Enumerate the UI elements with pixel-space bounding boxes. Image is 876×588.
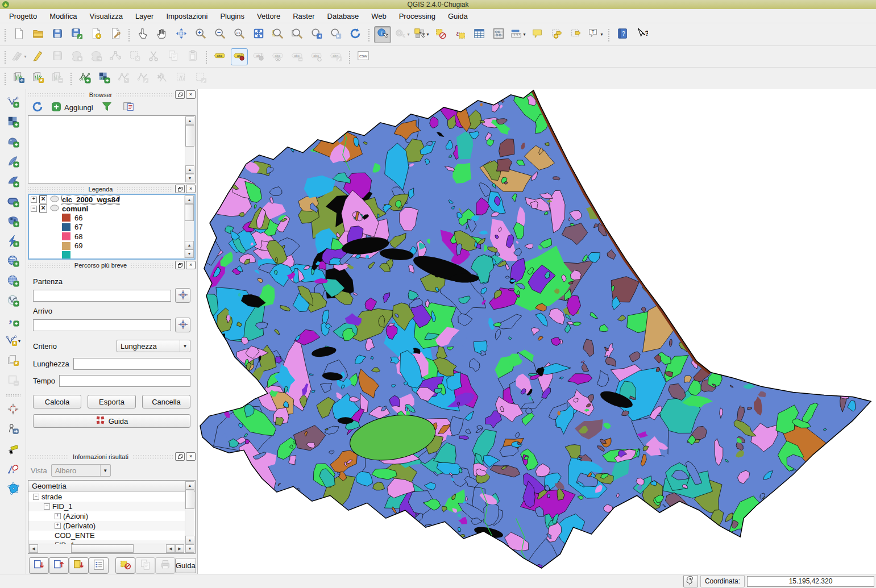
identify-features-button[interactable]: i [374, 26, 391, 43]
new-composer-button[interactable] [88, 26, 105, 43]
result-tree-row[interactable]: −strade [28, 492, 195, 502]
layer-checkbox[interactable]: × [39, 195, 47, 203]
scroll-thumb[interactable] [185, 125, 194, 147]
panel-grip[interactable] [28, 263, 70, 268]
title-bar[interactable]: QGIS 2.4.0-Chugiak [0, 0, 876, 9]
panel-grip[interactable] [28, 187, 85, 191]
new-grass-layer-button[interactable] [5, 353, 22, 370]
scroll-up-button[interactable]: ▲ [185, 195, 194, 204]
zoom-out-button[interactable] [211, 26, 229, 43]
scroll-down-button[interactable]: ▼ [185, 544, 194, 553]
pan-to-selection-button[interactable] [173, 26, 190, 43]
lunghezza-input[interactable] [73, 358, 190, 370]
coordinate-field[interactable]: 15.195,42.320 [747, 576, 874, 587]
clear-results-button[interactable] [115, 557, 135, 574]
tree-header[interactable]: Geometria [28, 481, 195, 492]
scroll-up-button[interactable]: ▲ [185, 481, 194, 490]
scroll-up-button[interactable]: ▲ [185, 536, 194, 544]
help-contents-button[interactable]: ? [614, 26, 631, 43]
legend-class-row[interactable]: 66 [29, 213, 194, 223]
result-tree-row[interactable]: COD_ENTE [28, 531, 195, 540]
add-delimited-text-button[interactable]: , [5, 313, 22, 330]
scroll-left-button[interactable]: ◀ [29, 544, 38, 553]
pin-labels-button[interactable]: ab [231, 48, 248, 65]
float-panel-button[interactable] [175, 90, 185, 99]
pan-map-button[interactable] [153, 26, 171, 43]
menu-web[interactable]: Web [365, 10, 393, 22]
browser-properties-button[interactable] [122, 101, 135, 114]
toolbar-grip[interactable] [6, 394, 20, 397]
results-hscrollbar[interactable]: ◀ ◀ ▶ [29, 544, 184, 553]
close-panel-button[interactable]: × [186, 90, 196, 99]
expander-icon[interactable]: + [55, 513, 61, 519]
expander-icon[interactable]: + [55, 523, 61, 529]
toolbar-grip[interactable] [3, 28, 7, 41]
expander-icon[interactable]: − [31, 206, 37, 212]
topology-checker-button[interactable] [5, 461, 22, 478]
measure-button[interactable]: ▾ [509, 26, 526, 43]
result-tree-row[interactable]: +(Derivato) [28, 521, 195, 531]
browser-tree[interactable]: ▲ ▲ ▼ [28, 115, 196, 184]
menu-vettore[interactable]: Vettore [251, 10, 287, 22]
add-wms-layer-button[interactable] [5, 253, 22, 270]
zoom-in-button[interactable] [192, 26, 209, 43]
collapse-tree-button[interactable] [49, 557, 69, 574]
scroll-down-button[interactable]: ▼ [185, 174, 194, 182]
arrivo-input[interactable] [33, 319, 171, 331]
open-attribute-table-button[interactable] [471, 26, 488, 43]
float-panel-button[interactable] [175, 261, 185, 269]
deselect-features-button[interactable] [432, 26, 449, 43]
save-project-as-button[interactable] [68, 26, 85, 43]
scroll-thumb[interactable] [71, 544, 134, 553]
add-grass-raster-button[interactable] [96, 70, 113, 87]
scroll-thumb[interactable] [185, 204, 194, 221]
close-panel-button[interactable]: × [186, 261, 196, 269]
close-panel-button[interactable]: × [186, 185, 196, 193]
new-bookmark-button[interactable] [548, 26, 565, 43]
expander-icon[interactable]: + [31, 197, 37, 203]
capture-start-button[interactable] [175, 288, 190, 303]
toolbar-grip[interactable] [607, 28, 611, 41]
legend-scrollbar[interactable]: ▲ ▲ ▼ [184, 195, 194, 258]
zoom-to-selection-button[interactable] [269, 26, 287, 43]
menu-database[interactable]: Database [321, 10, 366, 22]
composer-manager-button[interactable] [107, 26, 124, 43]
legend-class-row[interactable] [29, 251, 194, 260]
cancella-button[interactable]: Cancella [142, 395, 190, 408]
close-panel-button[interactable]: × [186, 452, 196, 461]
browser-refresh-button[interactable] [31, 101, 44, 114]
zoom-to-layer-button[interactable] [289, 26, 306, 43]
open-project-button[interactable] [30, 26, 47, 43]
polygon-digitize-button[interactable] [5, 481, 22, 498]
land-cover-map[interactable] [198, 89, 876, 574]
legend-layer-row[interactable]: +×clc_2000_wgs84 [29, 195, 194, 204]
scroll-down-button[interactable]: ▼ [185, 249, 194, 258]
browser-add-button[interactable]: Aggiungi [51, 102, 93, 114]
whats-this-button[interactable]: ? [633, 26, 650, 43]
scroll-up-button[interactable]: ▲ [185, 241, 194, 249]
select-by-expression-button[interactable]: ε [451, 26, 468, 43]
legend-class-row[interactable]: 68 [29, 232, 194, 241]
add-wfs-layer-button[interactable] [5, 293, 22, 310]
menu-plugins[interactable]: Plugins [214, 10, 251, 22]
capture-stop-button[interactable] [175, 318, 190, 332]
menu-layer[interactable]: Layer [129, 10, 160, 22]
panel-grip[interactable] [117, 187, 173, 191]
add-oracle-layer-button[interactable] [5, 194, 22, 211]
touch-zoom-button[interactable] [134, 26, 151, 43]
add-raster-layer-button[interactable] [5, 114, 22, 131]
panel-grip[interactable] [28, 93, 85, 97]
map-canvas[interactable] [197, 89, 876, 574]
float-panel-button[interactable] [175, 185, 185, 193]
add-mssql-layer-button[interactable] [5, 174, 22, 191]
scroll-up-button[interactable]: ▲ [185, 165, 194, 174]
refresh-map-button[interactable] [347, 26, 364, 43]
esporta-button[interactable]: Esporta [88, 395, 136, 408]
event-browser-button[interactable] [5, 441, 22, 458]
browser-filter-button[interactable] [100, 101, 114, 114]
csw-search-button[interactable]: CSW [355, 48, 372, 65]
add-spatialite-layer-button[interactable] [5, 154, 22, 171]
new-project-button[interactable] [10, 26, 27, 43]
panel-grip[interactable] [116, 93, 173, 97]
layer-label[interactable]: comuni [62, 205, 88, 213]
